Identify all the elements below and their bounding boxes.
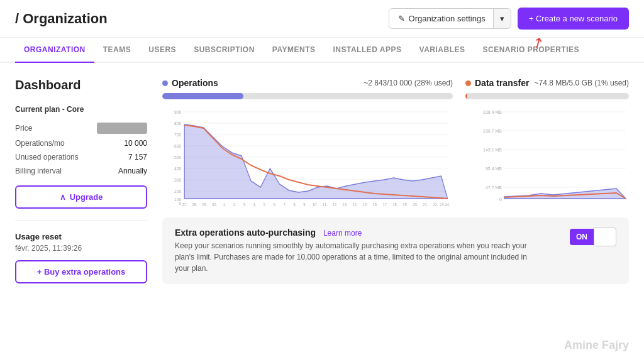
svg-text:143.1 MB: 143.1 MB bbox=[483, 148, 502, 152]
tab-payments[interactable]: PAYMENTS bbox=[264, 38, 325, 63]
svg-text:30.: 30. bbox=[212, 202, 217, 206]
header-actions: ✎ Organization settings ▾ + Create a new… bbox=[389, 8, 629, 30]
upgrade-chevron-icon: ∧ bbox=[60, 192, 66, 202]
svg-text:24.: 24. bbox=[445, 202, 450, 206]
svg-text:3.: 3. bbox=[243, 202, 247, 206]
svg-text:11.: 11. bbox=[323, 202, 328, 206]
data-transfer-dot-icon bbox=[465, 80, 471, 86]
svg-text:900: 900 bbox=[174, 109, 181, 115]
svg-text:0: 0 bbox=[179, 200, 182, 206]
price-bar bbox=[97, 123, 147, 134]
svg-text:14.: 14. bbox=[353, 202, 358, 206]
buy-extra-ops-button[interactable]: + Buy extra operations bbox=[15, 260, 147, 283]
svg-text:1.: 1. bbox=[223, 202, 226, 206]
toggle-wrap: ON bbox=[570, 228, 616, 246]
svg-text:5.: 5. bbox=[264, 202, 267, 206]
buy-ops-label: + Buy extra operations bbox=[37, 267, 126, 277]
main-content: Dashboard Current plan - Core Price Oper… bbox=[0, 63, 644, 362]
svg-text:27.: 27. bbox=[182, 202, 187, 206]
data-transfer-progress-fill bbox=[465, 93, 467, 99]
upgrade-label: Upgrade bbox=[70, 192, 103, 202]
svg-text:16.: 16. bbox=[372, 202, 377, 206]
tab-subscription[interactable]: SUBSCRIPTION bbox=[185, 38, 264, 63]
svg-text:10.: 10. bbox=[313, 202, 318, 206]
operations-progress-fill bbox=[162, 93, 243, 99]
billing-interval-label: Billing interval bbox=[15, 167, 62, 175]
charts-row: Operations ~2 843/10 000 (28% used) bbox=[162, 78, 629, 206]
header: / Organization ✎ Organization settings ▾… bbox=[0, 0, 644, 38]
usage-reset-title: Usage reset bbox=[15, 232, 147, 241]
svg-text:19.: 19. bbox=[402, 202, 408, 206]
operations-mo-row: Operations/mo 10 000 bbox=[15, 139, 147, 148]
tab-scenario-properties[interactable]: SCENARIO PROPERTIES bbox=[474, 38, 588, 63]
svg-text:28.: 28. bbox=[192, 202, 197, 206]
svg-text:2.: 2. bbox=[233, 202, 236, 206]
svg-text:700: 700 bbox=[174, 131, 181, 138]
svg-text:95.4 MB: 95.4 MB bbox=[486, 167, 502, 171]
svg-text:21.: 21. bbox=[423, 202, 428, 206]
operations-chart-title: Operations bbox=[162, 78, 218, 88]
billing-interval-value: Annually bbox=[118, 167, 147, 175]
svg-text:7.: 7. bbox=[283, 202, 286, 206]
data-transfer-chart-panel: Data transfer ~74.8 MB/5.0 GB (1% used) bbox=[465, 78, 629, 206]
data-transfer-progress-bar bbox=[465, 93, 629, 99]
data-transfer-usage-text: ~74.8 MB/5.0 GB (1% used) bbox=[535, 79, 629, 87]
svg-text:300: 300 bbox=[174, 177, 181, 183]
operations-usage-text: ~2 843/10 000 (28% used) bbox=[364, 79, 453, 87]
tab-organization[interactable]: ORGANIZATION bbox=[15, 38, 94, 63]
usage-reset-date: févr. 2025, 11:39:26 bbox=[15, 244, 147, 253]
svg-text:600: 600 bbox=[174, 143, 181, 149]
tab-installed-apps[interactable]: INSTALLED APPS bbox=[325, 38, 411, 63]
toggle-on-label[interactable]: ON bbox=[570, 229, 594, 245]
dropdown-arrow-icon[interactable]: ▾ bbox=[493, 9, 511, 28]
unused-ops-row: Unused operations 7 157 bbox=[15, 153, 147, 162]
create-scenario-button[interactable]: + Create a new scenario bbox=[518, 8, 629, 30]
extra-ops-text: Extra operations auto-purchasing Learn m… bbox=[175, 228, 527, 274]
current-plan-label: Current plan - Core bbox=[15, 105, 147, 114]
tab-teams[interactable]: TEAMS bbox=[94, 38, 140, 63]
price-label: Price bbox=[15, 124, 32, 133]
nav-tabs: ORGANIZATION TEAMS USERS SUBSCRIPTION PA… bbox=[0, 38, 644, 63]
svg-text:47.7 MB: 47.7 MB bbox=[486, 185, 502, 190]
sidebar-divider bbox=[15, 220, 147, 221]
operations-chart-panel: Operations ~2 843/10 000 (28% used) bbox=[162, 78, 453, 206]
svg-text:20.: 20. bbox=[413, 202, 418, 206]
svg-text:9.: 9. bbox=[303, 202, 306, 206]
unused-ops-value: 7 157 bbox=[128, 153, 147, 162]
tab-users[interactable]: USERS bbox=[140, 38, 185, 63]
svg-text:800: 800 bbox=[174, 120, 181, 126]
operations-mo-label: Operations/mo bbox=[15, 139, 65, 148]
svg-text:29.: 29. bbox=[202, 202, 207, 206]
extra-ops-title: Extra operations auto-purchasing Learn m… bbox=[175, 228, 527, 238]
org-settings-button[interactable]: ✎ Organization settings ▾ bbox=[389, 8, 511, 29]
svg-text:23.: 23. bbox=[440, 202, 445, 206]
extra-ops-description: Keep your scenarios running smoothly by … bbox=[175, 240, 527, 274]
upgrade-button[interactable]: ∧ Upgrade bbox=[15, 185, 147, 209]
svg-text:12.: 12. bbox=[333, 202, 338, 206]
svg-text:17.: 17. bbox=[382, 202, 387, 206]
operations-chart-header: Operations ~2 843/10 000 (28% used) bbox=[162, 78, 453, 88]
org-settings-label: Organization settings bbox=[409, 14, 486, 23]
data-transfer-chart-title: Data transfer bbox=[465, 78, 529, 88]
price-row: Price bbox=[15, 123, 147, 134]
billing-interval-row: Billing interval Annually bbox=[15, 167, 147, 175]
toggle-off-area[interactable] bbox=[594, 228, 616, 246]
svg-text:15.: 15. bbox=[362, 202, 367, 206]
data-transfer-chart-svg-wrap: 238.4 MB 190.7 MB 143.1 MB 95.4 MB 47.7 … bbox=[465, 106, 629, 206]
data-transfer-chart-header: Data transfer ~74.8 MB/5.0 GB (1% used) bbox=[465, 78, 629, 88]
svg-text:238.4 MB: 238.4 MB bbox=[483, 110, 502, 114]
tab-variables[interactable]: VARIABLES bbox=[411, 38, 474, 63]
svg-text:190.7 MB: 190.7 MB bbox=[483, 129, 502, 133]
svg-marker-19 bbox=[184, 124, 447, 199]
sidebar: Dashboard Current plan - Core Price Oper… bbox=[15, 78, 147, 349]
operations-svg: 900 800 700 600 500 400 300 200 100 0 bbox=[162, 106, 453, 206]
learn-more-link[interactable]: Learn more bbox=[323, 229, 362, 238]
data-transfer-svg: 238.4 MB 190.7 MB 143.1 MB 95.4 MB 47.7 … bbox=[465, 106, 629, 206]
extra-ops-box: Extra operations auto-purchasing Learn m… bbox=[162, 217, 629, 284]
dashboard-title: Dashboard bbox=[15, 78, 147, 92]
settings-icon: ✎ bbox=[398, 14, 405, 23]
svg-text:8.: 8. bbox=[293, 202, 296, 206]
svg-text:13.: 13. bbox=[343, 202, 348, 206]
svg-text:0: 0 bbox=[499, 197, 502, 202]
operations-mo-value: 10 000 bbox=[124, 139, 147, 148]
